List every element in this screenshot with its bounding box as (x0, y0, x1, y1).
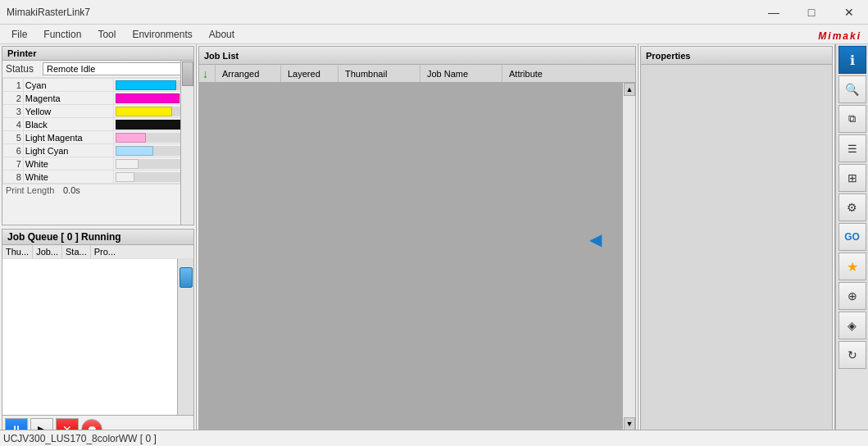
go-button[interactable]: GO (838, 223, 866, 251)
ink-row: 3Yellow (3, 105, 193, 118)
close-button[interactable]: ✕ (830, 0, 868, 25)
window-title: MimakiRasterLink7 (7, 7, 90, 18)
globe-button[interactable]: ⊕ (838, 282, 866, 310)
ink-bar-fill (116, 93, 180, 103)
statusbar-text: UCJV300_LUS170_8colorWW [ 0 ] (3, 433, 157, 444)
info-button[interactable]: ℹ (838, 46, 866, 74)
properties-section: Properties ◀ ▶ (640, 46, 833, 444)
down-arrow-icon: ↓ (202, 67, 208, 80)
ink-row: 1Cyan (3, 79, 193, 92)
job-queue-header: Job Queue [ 0 ] Running (2, 230, 193, 245)
job-list-section: Job List ↓ Arranged Layered Thumbnail Jo… (198, 46, 636, 444)
statusbar: UCJV300_LUS170_8colorWW [ 0 ] (0, 430, 868, 446)
queue-slider-thumb[interactable] (180, 267, 193, 288)
ink-row: 4Black (3, 118, 193, 131)
menu-tool[interactable]: Tool (89, 25, 124, 43)
queue-col-progress: Pro... (91, 245, 119, 258)
queue-col-job: Job... (33, 245, 62, 258)
status-row: Status Remote Idle (2, 61, 193, 78)
job-col-down-arrow: ↓ (199, 65, 216, 82)
queue-columns: Thu... Job... Sta... Pro... (2, 245, 193, 259)
vscroll-down-arrow[interactable]: ▼ (624, 417, 635, 430)
copy-button[interactable]: ⧉ (838, 105, 866, 133)
queue-slider[interactable] (177, 259, 193, 415)
ink-row: 2Magenta (3, 92, 193, 105)
ink-number: 6 (3, 144, 24, 157)
menubar: File Function Tool Environments About Mi… (0, 25, 868, 44)
queue-button[interactable]: ☰ (838, 134, 866, 162)
queue-list[interactable] (2, 259, 177, 415)
properties-body[interactable] (641, 65, 832, 430)
settings-button[interactable]: ⚙ (838, 193, 866, 221)
printer-vscrollbar[interactable] (180, 61, 193, 225)
main-area: Printer Status Remote Idle 1Cyan2Magenta… (0, 44, 868, 446)
ink-number: 3 (3, 105, 24, 118)
minimize-button[interactable]: — (755, 0, 793, 25)
grid-button[interactable]: ⊞ (838, 164, 866, 192)
ink-table: 1Cyan2Magenta3Yellow4Black5Light Magenta… (2, 78, 193, 184)
ink-name: Light Cyan (23, 144, 113, 157)
ink-number: 7 (3, 157, 24, 171)
menu-environments[interactable]: Environments (124, 25, 200, 43)
job-queue-title: Job Queue [ 0 ] Running (7, 231, 121, 243)
job-list-body[interactable]: ◀ (199, 83, 622, 430)
print-length-row: Print Length 0.0s (2, 184, 193, 196)
ink-name: Black (23, 118, 113, 131)
ink-number: 2 (3, 92, 24, 105)
printer-section: Printer Status Remote Idle 1Cyan2Magenta… (2, 46, 194, 225)
vscroll-track (623, 96, 635, 417)
ink-name: Magenta (23, 92, 113, 105)
print-length-value: 0.0s (63, 185, 80, 195)
status-value: Remote Idle (43, 62, 190, 75)
job-list-columns: ↓ Arranged Layered Thumbnail Job Name At… (199, 65, 635, 83)
star-button[interactable]: ★ (838, 253, 866, 280)
ink-bar-fill (116, 172, 134, 182)
ink-row: 7White (3, 157, 193, 171)
queue-body (2, 259, 193, 415)
right-panel: Properties ◀ ▶ (639, 44, 835, 446)
status-label: Status (6, 63, 43, 75)
ink-bar-fill (116, 120, 184, 130)
menu-about[interactable]: About (201, 25, 243, 43)
ink-bar-fill (116, 146, 153, 156)
ink-row: 6Light Cyan (3, 144, 193, 157)
ink-name: Yellow (23, 105, 113, 118)
middle-panel: Job List ↓ Arranged Layered Thumbnail Jo… (197, 44, 639, 446)
job-list-title: Job List (199, 47, 635, 65)
job-queue-section: Job Queue [ 0 ] Running Thu... Job... St… (2, 229, 194, 444)
ink-name: White (23, 171, 113, 184)
ink-number: 4 (3, 118, 24, 131)
queue-col-status: Sta... (62, 245, 91, 258)
ink-row: 8White (3, 171, 193, 184)
printer-scroll[interactable]: Status Remote Idle 1Cyan2Magenta3Yellow4… (2, 61, 193, 225)
queue-col-thumb: Thu... (2, 245, 33, 258)
ink-number: 1 (3, 79, 24, 92)
maximize-button[interactable]: □ (793, 0, 830, 25)
job-arrow-indicator: ◀ (589, 230, 602, 249)
job-col-thumbnail: Thumbnail (339, 65, 420, 82)
ink-name: White (23, 157, 113, 171)
ink-row: 5Light Magenta (3, 131, 193, 144)
properties-header: Properties (641, 47, 832, 65)
job-col-layered: Layered (281, 65, 339, 82)
ink-number: 8 (3, 171, 24, 184)
job-list-body-wrapper: ◀ ▲ ▼ (199, 83, 635, 430)
ink-number: 5 (3, 131, 24, 144)
layers-button[interactable]: ◈ (838, 312, 866, 339)
left-panel: Printer Status Remote Idle 1Cyan2Magenta… (0, 44, 197, 446)
search-button[interactable]: 🔍 (838, 75, 866, 103)
printer-section-title: Printer (2, 47, 193, 61)
printer-vscroll-thumb[interactable] (182, 61, 193, 86)
menu-file[interactable]: File (3, 25, 35, 43)
job-list-vscrollbar[interactable]: ▲ ▼ (622, 83, 635, 430)
vscroll-up-arrow[interactable]: ▲ (624, 83, 635, 96)
ink-bar-fill (116, 159, 139, 169)
mimaki-logo: Mimaki (818, 25, 861, 43)
rotate-button[interactable]: ↻ (838, 341, 866, 369)
ink-bar-fill (116, 80, 175, 90)
ink-name: Light Magenta (23, 131, 113, 144)
printer-inner: Status Remote Idle 1Cyan2Magenta3Yellow4… (2, 61, 193, 225)
ink-name: Cyan (23, 79, 113, 92)
titlebar: MimakiRasterLink7 — □ ✕ (0, 0, 868, 25)
menu-function[interactable]: Function (35, 25, 89, 43)
